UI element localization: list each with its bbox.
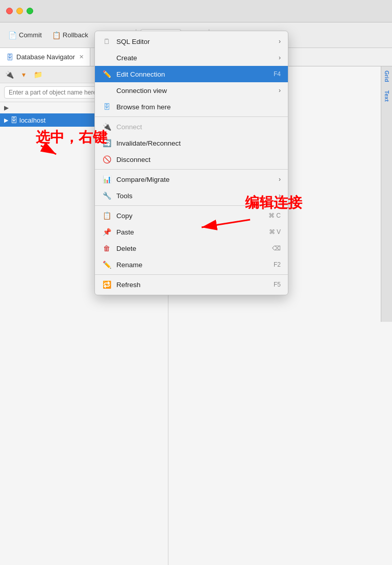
rollback-label: Rollback: [63, 31, 88, 39]
menu-item-rename[interactable]: ✏️ Rename F2: [95, 256, 288, 273]
traffic-lights: [6, 8, 33, 14]
separator-1: [95, 116, 288, 117]
copy-shortcut: ⌘ C: [268, 212, 281, 219]
main-area: 🔌 ▾ 📁 ― ⇆ ⋮ ⚗ ▾ ▶ ▶ 🗄 localhost: [0, 66, 392, 565]
sql-editor-label: SQL Editor: [116, 38, 150, 45]
paste-label: Paste: [116, 228, 134, 236]
copy-label: Copy: [116, 212, 133, 220]
menu-item-tools[interactable]: 🔧 Tools ›: [95, 187, 288, 204]
menu-item-delete[interactable]: 🗑 Delete ⌫: [95, 240, 288, 256]
create-label: Create: [116, 54, 137, 62]
refresh-icon: 🔁: [102, 280, 111, 289]
rollback-icon: 📋: [52, 31, 61, 39]
right-tab-grid[interactable]: Grid: [384, 70, 390, 82]
delete-label: Delete: [116, 245, 136, 252]
close-button[interactable]: [6, 8, 13, 14]
compare-icon: 📊: [102, 175, 111, 184]
menu-item-connection-view[interactable]: Connection view ›: [95, 82, 288, 99]
menu-item-browse-from-here[interactable]: 🗄 Browse from here: [95, 99, 288, 115]
browse-icon: 🗄: [102, 102, 111, 111]
connect-label: Connect: [116, 123, 142, 131]
menu-item-copy[interactable]: 📋 Copy ⌘ C: [95, 207, 288, 224]
browse-label: Browse from here: [116, 103, 171, 111]
menu-item-compare-migrate[interactable]: 📊 Compare/Migrate ›: [95, 171, 288, 187]
tab-database-navigator[interactable]: 🗄 Database Navigator ✕: [0, 48, 90, 66]
commit-icon: 📄: [8, 31, 17, 39]
disconnect-label: Disconnect: [116, 156, 151, 163]
refresh-label: Refresh: [116, 281, 140, 289]
expand-icon[interactable]: ▶: [4, 104, 9, 111]
rename-icon: ✏️: [102, 260, 111, 269]
delete-icon: 🗑: [102, 244, 111, 253]
create-icon: [102, 53, 111, 62]
connect-icon: 🔌: [102, 122, 111, 131]
reconnect-icon: 🔄: [102, 138, 111, 148]
db-nav-icon: 🗄: [6, 53, 13, 61]
maximize-button[interactable]: [27, 8, 33, 14]
add-button-dropdown[interactable]: ▾: [17, 68, 30, 81]
connection-view-arrow: ›: [279, 87, 281, 94]
menu-item-paste[interactable]: 📌 Paste ⌘ V: [95, 224, 288, 240]
edit-connection-icon: ✏️: [102, 69, 111, 79]
separator-3: [95, 205, 288, 206]
sql-editor-arrow: ›: [279, 38, 281, 45]
refresh-shortcut: F5: [274, 281, 281, 288]
minimize-button[interactable]: [16, 8, 23, 14]
menu-item-sql-editor[interactable]: 🗒 SQL Editor ›: [95, 33, 288, 50]
compare-arrow: ›: [279, 176, 281, 183]
commit-label: Commit: [19, 31, 42, 39]
menu-item-edit-connection[interactable]: ✏️ Edit Connection F4: [95, 66, 288, 82]
titlebar: [0, 0, 392, 22]
paste-shortcut: ⌘ V: [269, 228, 281, 236]
menu-item-refresh[interactable]: 🔁 Refresh F5: [95, 276, 288, 293]
context-menu: 🗒 SQL Editor › Create › ✏️ Edit Connecti…: [94, 31, 288, 295]
delete-shortcut: ⌫: [272, 245, 281, 252]
menu-item-connect: 🔌 Connect: [95, 119, 288, 135]
paste-icon: 📌: [102, 227, 111, 237]
tab-label-db-nav: Database Navigator: [16, 53, 75, 61]
compare-migrate-label: Compare/Migrate: [116, 176, 169, 183]
rename-label: Rename: [116, 261, 142, 269]
sql-editor-icon: 🗒: [102, 37, 111, 46]
separator-2: [95, 169, 288, 170]
right-panel: Grid Text: [381, 66, 392, 322]
edit-connection-shortcut: F4: [274, 70, 281, 78]
tools-arrow: ›: [279, 192, 281, 199]
tab-close-db-nav[interactable]: ✕: [79, 54, 84, 60]
copy-icon: 📋: [102, 211, 111, 220]
rollback-button[interactable]: 📋 Rollback: [48, 29, 92, 41]
db-icon: 🗄: [10, 116, 17, 124]
folder-add-button[interactable]: 📁: [32, 68, 44, 81]
rename-shortcut: F2: [274, 261, 281, 268]
connection-view-label: Connection view: [116, 87, 167, 95]
right-tab-text[interactable]: Text: [384, 90, 390, 102]
commit-button[interactable]: 📄 Commit: [4, 29, 46, 41]
create-arrow: ›: [279, 54, 281, 61]
invalidate-reconnect-label: Invalidate/Reconnect: [116, 139, 181, 147]
add-connection-button[interactable]: 🔌: [3, 68, 15, 81]
menu-item-create[interactable]: Create ›: [95, 50, 288, 66]
menu-item-invalidate-reconnect[interactable]: 🔄 Invalidate/Reconnect: [95, 135, 288, 151]
disconnect-icon: 🚫: [102, 155, 111, 164]
localhost-tree-label: localhost: [19, 116, 45, 124]
connection-view-icon: [102, 86, 111, 95]
menu-item-disconnect[interactable]: 🚫 Disconnect: [95, 151, 288, 168]
expand-arrow[interactable]: ▶: [4, 117, 8, 124]
tools-icon: 🔧: [102, 191, 111, 200]
tools-label: Tools: [116, 192, 133, 200]
edit-connection-label: Edit Connection: [116, 70, 165, 78]
separator-4: [95, 274, 288, 275]
